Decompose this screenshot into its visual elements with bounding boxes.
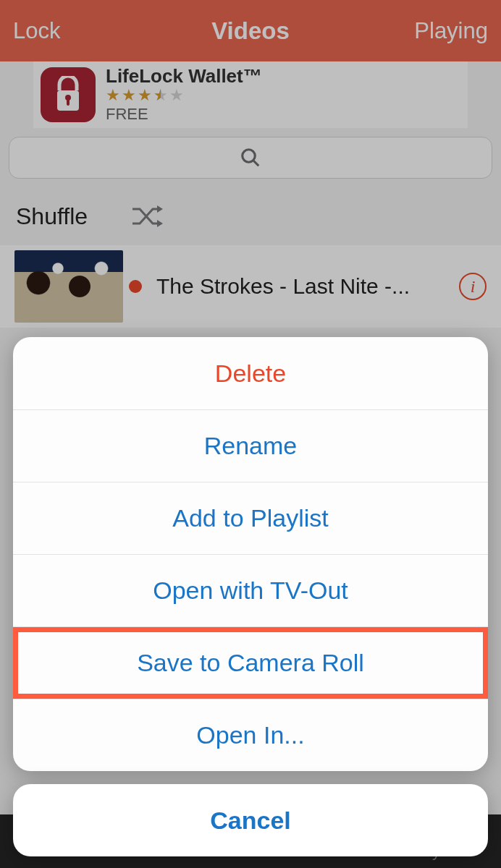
action-sheet: Delete Rename Add to Playlist Open with … <box>13 337 488 856</box>
action-open-in[interactable]: Open In... <box>13 699 488 771</box>
action-rename[interactable]: Rename <box>13 409 488 482</box>
action-add-to-playlist[interactable]: Add to Playlist <box>13 482 488 554</box>
action-cancel[interactable]: Cancel <box>13 784 488 856</box>
action-open-tv-out[interactable]: Open with TV-Out <box>13 554 488 626</box>
action-sheet-options: Delete Rename Add to Playlist Open with … <box>13 337 488 771</box>
action-save-to-camera-roll[interactable]: Save to Camera Roll <box>13 626 488 699</box>
action-delete[interactable]: Delete <box>13 337 488 409</box>
app-screen: Lock Videos Playing LifeLock Wallet™ ★ ★… <box>0 0 501 868</box>
